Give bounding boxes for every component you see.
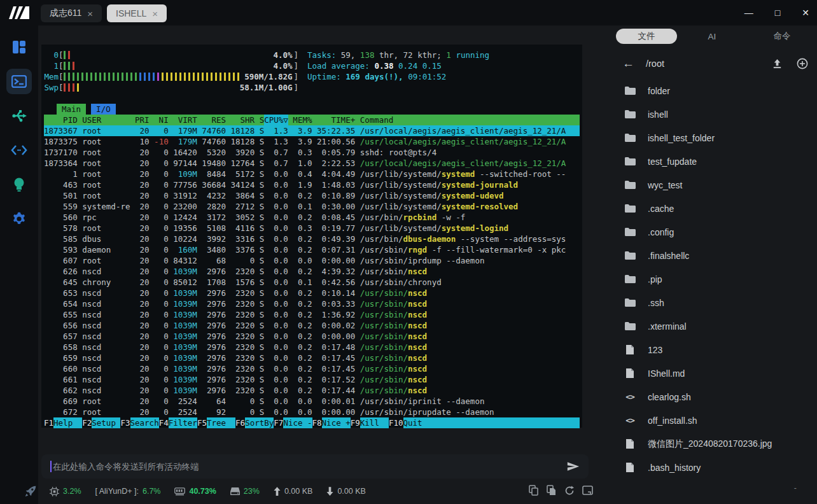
tab-close-icon[interactable]: × — [87, 8, 93, 19]
file-item-.bash_history[interactable]: .bash_history — [611, 456, 817, 479]
fullscreen-icon[interactable] — [582, 486, 593, 495]
session-tab-chengzhi611[interactable]: 成志611 × — [41, 4, 102, 22]
fkey-key: F10 — [389, 417, 403, 428]
fkey-f6[interactable]: F6SortBy — [235, 417, 274, 428]
upload-file-icon[interactable] — [772, 59, 783, 69]
process-row-657[interactable]: 657 nscd 20 0 1039M 2976 2320 S 0.0 0.2 … — [44, 331, 580, 342]
broadcast-command-bar — [41, 454, 589, 479]
fkey-f1[interactable]: F1Help — [44, 417, 82, 428]
process-row-656[interactable]: 656 nscd 20 0 1039M 2976 2320 S 0.0 0.2 … — [44, 320, 580, 331]
terminal-screen[interactable]: 0[4.0%]Tasks: 59, 138 thr, 72 kthr; 1 ru… — [41, 45, 582, 428]
maximize-button[interactable]: □ — [775, 8, 780, 18]
process-row-626[interactable]: 626 nscd 20 0 1039M 2976 2320 S 0.0 0.2 … — [44, 266, 580, 277]
process-row-501[interactable]: 501 root 20 0 31912 4232 3864 S 0.0 0.2 … — [44, 190, 580, 201]
process-row-660[interactable]: 660 nscd 20 0 1039M 2976 2320 S 0.0 0.2 … — [44, 363, 580, 374]
session-tab-ishell[interactable]: ISHELL × — [107, 4, 167, 22]
bulb-icon[interactable] — [6, 172, 32, 197]
tab-commands[interactable]: 命令 — [747, 31, 817, 42]
process-row-607[interactable]: 607 root 20 0 84312 68 0 S 0.0 0.0 0:00.… — [44, 255, 580, 266]
fkey-f2[interactable]: F2Setup — [82, 417, 120, 428]
file-item-IShell.md[interactable]: IShell.md — [611, 361, 817, 385]
copy-icon[interactable] — [529, 485, 539, 496]
process-row-672[interactable]: 672 root 20 0 2524 92 0 S 0.0 0.0 0:00.0… — [44, 407, 580, 417]
process-row-659[interactable]: 659 nscd 20 0 1039M 2976 2320 S 0.0 0.2 … — [44, 353, 580, 363]
top-process: [ AliYunD+ ]: 6.7% — [95, 487, 161, 496]
file-item-.cache[interactable]: .cache — [611, 197, 817, 220]
meter-1: 1[4.0%]Load average: 0.38 0.24 0.15 — [44, 60, 580, 71]
process-row-653[interactable]: 653 nscd 20 0 1039M 2976 2320 S 0.0 0.2 … — [44, 288, 580, 298]
close-button[interactable]: ✕ — [802, 8, 809, 18]
fkey-f9[interactable]: F9Kill — [351, 417, 389, 428]
process-row-655[interactable]: 655 nscd 20 0 1039M 2976 2320 S 0.0 0.2 … — [44, 309, 580, 320]
process-row-463[interactable]: 463 root 20 0 77756 36684 34124 S 0.0 1.… — [44, 179, 580, 190]
back-arrow-icon[interactable]: ← — [622, 57, 634, 71]
process-row-593[interactable]: 593 daemon 20 0 160M 3480 3376 S 0.0 0.2… — [44, 244, 580, 255]
tab-close-icon[interactable]: × — [152, 8, 158, 19]
process-row-661[interactable]: 661 nscd 20 0 1039M 2976 2320 S 0.0 0.2 … — [44, 374, 580, 385]
minimize-button[interactable]: — — [744, 8, 753, 18]
paste-icon[interactable] — [547, 485, 557, 496]
send-icon[interactable] — [567, 461, 580, 472]
file-item-.xterminal[interactable]: .xterminal — [611, 314, 817, 338]
fkey-key: F1 — [44, 417, 53, 428]
fkey-label: Nice + — [322, 417, 351, 428]
file-item-.config[interactable]: .config — [611, 220, 817, 244]
file-item-off_install.sh[interactable]: <>off_install.sh — [611, 409, 817, 432]
file-sidebar: 文件 AI 命令 ← /root folderishellishell_test… — [611, 25, 817, 479]
file-item-.pip[interactable]: .pip — [611, 267, 817, 291]
process-row-1737170[interactable]: 1737170 root 20 0 16420 5320 3920 S 0.7 … — [44, 147, 580, 158]
fkey-key: F3 — [120, 417, 130, 428]
rocket-icon[interactable] — [11, 484, 50, 498]
fkey-f4[interactable]: F4Filter — [159, 417, 197, 428]
process-row-662[interactable]: 662 nscd 20 0 1039M 2976 2320 S 0.0 0.2 … — [44, 385, 580, 396]
refresh-icon[interactable] — [564, 486, 575, 496]
process-row-1[interactable]: 1 root 20 0 109M 8484 5172 S 0.0 0.4 4:0… — [44, 169, 580, 179]
process-table-header[interactable]: PID USER PRI NI VIRT RES SHR SCPU%▽ MEM%… — [44, 115, 580, 125]
process-row-669[interactable]: 669 root 20 0 2524 64 0 S 0.0 0.0 0:00.0… — [44, 396, 580, 407]
file-item-.ssh[interactable]: .ssh — [611, 291, 817, 314]
code-icon[interactable] — [6, 137, 32, 163]
file-item-test_fupdate[interactable]: test_fupdate — [611, 150, 817, 173]
file-item-.finalshellc[interactable]: .finalshellc — [611, 244, 817, 267]
meter-label: Mem — [44, 71, 59, 82]
file-item-clearlog.sh[interactable]: <>clearlog.sh — [611, 385, 817, 409]
fkey-f8[interactable]: F8Nice + — [312, 417, 351, 428]
process-row-1873364[interactable]: 1873364 root 20 0 97144 19480 12764 S 0.… — [44, 158, 580, 169]
file-name: clearlog.sh — [648, 392, 691, 402]
settings-gear-icon[interactable] — [6, 206, 32, 232]
folder-icon — [624, 86, 636, 95]
process-row-559[interactable]: 559 systemd-re 20 0 23200 2820 2712 S 0.… — [44, 201, 580, 212]
file-name: ishell_test_folder — [648, 133, 715, 143]
fkey-f10[interactable]: F10Quit — [389, 417, 580, 428]
file-item-微信图片_20240820170236.jpg[interactable]: 微信图片_20240820170236.jpg — [611, 432, 817, 456]
file-item-ishell[interactable]: ishell — [611, 102, 817, 126]
file-item-wyc_test[interactable]: wyc_test — [611, 173, 817, 197]
process-row-1873367[interactable]: 1873367 root 20 0 179M 74760 18128 S 1.3… — [44, 125, 580, 136]
process-row-560[interactable]: 560 rpc 20 0 12424 3172 3052 S 0.0 0.2 0… — [44, 212, 580, 223]
fkey-f7[interactable]: F7Nice - — [274, 417, 312, 428]
file-name: .ssh — [648, 298, 664, 308]
fkey-f5[interactable]: F5Tree — [197, 417, 235, 428]
htop-tab-main[interactable]: Main — [57, 104, 86, 115]
process-row-658[interactable]: 658 nscd 20 0 1039M 2976 2320 S 0.0 0.2 … — [44, 342, 580, 353]
file-item-folder[interactable]: folder — [611, 79, 817, 102]
process-row-1873375[interactable]: 1873375 root 10 -10 179M 74760 18128 S 1… — [44, 136, 580, 147]
tab-ai[interactable]: AI — [677, 32, 747, 41]
fkey-f3[interactable]: F3Search — [120, 417, 158, 428]
process-row-578[interactable]: 578 root 20 0 19356 5108 4116 S 0.0 0.3 … — [44, 223, 580, 234]
header-cells: PID USER PRI NI VIRT RES SHR S — [44, 115, 264, 125]
process-row-654[interactable]: 654 nscd 20 0 1039M 2976 2320 S 0.0 0.2 … — [44, 298, 580, 309]
process-row-585[interactable]: 585 dbus 20 0 10224 3992 3316 S 0.0 0.2 … — [44, 234, 580, 244]
tab-files[interactable]: 文件 — [616, 29, 677, 44]
process-row-645[interactable]: 645 chrony 20 0 85012 1708 1576 S 0.0 0.… — [44, 277, 580, 288]
terminal-icon[interactable] — [6, 69, 32, 94]
file-item-ishell_test_folder[interactable]: ishell_test_folder — [611, 126, 817, 150]
header-info-line: Load average: 0.38 0.24 0.15 — [307, 60, 442, 71]
command-input[interactable] — [53, 462, 567, 472]
usb-icon[interactable] — [6, 103, 32, 129]
htop-tab-io[interactable]: I/O — [91, 104, 116, 115]
new-item-plus-icon[interactable] — [797, 58, 808, 69]
fkey-label: Help — [53, 417, 82, 428]
dashboard-icon[interactable] — [6, 34, 32, 60]
file-item-123[interactable]: 123 — [611, 338, 817, 361]
